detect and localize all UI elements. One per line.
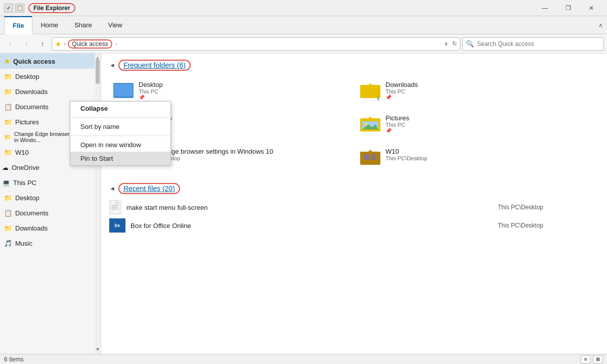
title-bar: ✓ 📋 File Explorer — ❐ ✕ (0, 0, 607, 16)
recent-file-2[interactable]: bx Box for Office Online This PC\Desktop (109, 216, 599, 235)
sidebar-item-label: Desktop (15, 194, 39, 202)
frequent-folders-arrow: ◄ (109, 62, 115, 69)
back-button[interactable]: ‹ (3, 37, 17, 51)
breadcrumb-dropdown[interactable]: ∨ ↻ (444, 40, 457, 47)
folder-w10-path: This PC\Desktop (385, 155, 427, 161)
breadcrumb-separator: › (64, 40, 66, 48)
folder-icon: 📁 (4, 224, 12, 232)
scroll-down-arrow[interactable]: ▼ (96, 346, 100, 353)
context-menu-item-open-new-window[interactable]: Open in new window (70, 138, 170, 152)
frequent-folders-title[interactable]: Frequent folders (6) (118, 60, 191, 71)
recent-file-path-1: This PC\Desktop (498, 204, 599, 211)
refresh-button[interactable]: ↻ (452, 40, 457, 47)
sidebar-quick-access[interactable]: ★ Quick access (0, 54, 95, 69)
sidebar: ★ Quick access 📁 Desktop 📁 Downloads 📋 D… (0, 54, 101, 354)
folder-desktop-path: This PC (139, 88, 163, 95)
tab-home[interactable]: Home (32, 16, 66, 34)
folder-icon: 📁 (4, 149, 12, 156)
search-icon: 🔍 (466, 40, 474, 48)
view-details-button[interactable]: ≡ (581, 355, 591, 363)
folder-desktop-info: Desktop This PC 📌 (139, 81, 163, 100)
sidebar-item-label: OneDrive (12, 164, 39, 171)
breadcrumb-dropdown-arrow: ∨ (444, 40, 448, 47)
folder-card-w10[interactable]: W10 This PC\Desktop (356, 144, 599, 173)
svg-rect-17 (364, 155, 369, 160)
sidebar-item-label: Downloads (15, 88, 48, 96)
folder-icon: 📋 (4, 209, 12, 217)
star-icon: ★ (4, 58, 10, 65)
search-box[interactable]: 🔍 (462, 37, 604, 51)
recent-files-title[interactable]: Recent files (20) (118, 183, 180, 194)
recent-file-name-1: make start menu full-screen (126, 204, 493, 211)
sidebar-item-label: Music (15, 240, 32, 247)
recent-files-arrow: ◄ (109, 185, 115, 192)
breadcrumb-bar: ★ › Quick access › ∨ ↻ (52, 37, 460, 51)
close-button[interactable]: ✕ (580, 0, 603, 16)
svg-marker-7 (360, 116, 380, 118)
sidebar-item-desktop-2[interactable]: 📁 Desktop (0, 190, 95, 205)
restore-button[interactable]: ❐ (556, 0, 580, 16)
folder-icon: 📁 (4, 118, 12, 126)
folder-pictures-info: Pictures This PC 📌 (385, 114, 409, 133)
folder-icon: 📋 (4, 103, 12, 111)
window-controls: — ❐ ✕ (533, 0, 603, 16)
forward-button[interactable]: › (19, 37, 33, 51)
tab-file[interactable]: File (4, 16, 32, 34)
sidebar-item-downloads-2[interactable]: 📁 Downloads (0, 220, 95, 236)
sidebar-scroll-thumb[interactable] (96, 59, 100, 84)
context-menu-item-pin[interactable]: Pin to Start (70, 152, 170, 165)
view-tiles-button[interactable]: ⊞ (593, 355, 603, 363)
folder-card-downloads[interactable]: ↓ Downloads This PC 📌 (356, 77, 599, 106)
folders-grid: Desktop This PC 📌 ↓ Downloads This PC (109, 77, 599, 173)
context-menu-separator (70, 117, 170, 118)
context-menu: Collapse Sort by name Open in new window… (70, 101, 171, 166)
folder-downloads-icon: ↓ (360, 81, 380, 102)
folder-icon: 📁 (4, 134, 11, 141)
folder-pictures-path: This PC (385, 122, 409, 128)
recent-files-section: ◄ Recent files (20) make start menu full… (109, 183, 599, 235)
sidebar-item-downloads-1[interactable]: 📁 Downloads (0, 84, 95, 99)
cloud-icon: ☁ (2, 164, 9, 171)
folder-desktop-pin: 📌 (139, 95, 163, 100)
ribbon-collapse-icon[interactable]: ∧ (598, 22, 603, 29)
quick-icon-2[interactable]: 📋 (15, 4, 24, 13)
folder-card-pictures[interactable]: Pictures This PC 📌 (356, 110, 599, 140)
folder-downloads-pin: 📌 (385, 95, 418, 100)
sidebar-item-label: This PC (13, 179, 36, 187)
folder-pictures-pin: 📌 (385, 128, 409, 133)
status-bar: 6 items ≡ ⊞ (0, 354, 607, 364)
up-button[interactable]: ↑ (35, 37, 50, 51)
computer-icon: 💻 (2, 179, 10, 187)
context-menu-item-collapse[interactable]: Collapse (70, 102, 170, 115)
recent-file-1[interactable]: make start menu full-screen This PC\Desk… (109, 198, 599, 216)
music-icon: 🎵 (4, 240, 12, 247)
sidebar-item-music[interactable]: 🎵 Music (0, 236, 95, 251)
sidebar-scrollbar[interactable]: ▲ ▼ (95, 54, 101, 354)
sidebar-item-label: W10 (15, 149, 29, 156)
svg-marker-16 (360, 150, 380, 152)
sidebar-item-documents-2[interactable]: 📋 Documents (0, 205, 95, 220)
nav-bar: ‹ › ↑ ★ › Quick access › ∨ ↻ 🔍 (0, 34, 607, 54)
sidebar-quick-access-label: Quick access (13, 58, 55, 65)
svg-rect-18 (371, 155, 376, 157)
svg-rect-2 (360, 85, 380, 98)
sidebar-item-label: Documents (15, 209, 49, 217)
quick-icon-1[interactable]: ✓ (4, 4, 13, 13)
tab-share[interactable]: Share (66, 16, 100, 34)
sidebar-item-thispc[interactable]: 💻 This PC (0, 175, 95, 190)
sidebar-item-desktop-1[interactable]: 📁 Desktop (0, 69, 95, 84)
minimize-button[interactable]: — (533, 0, 556, 16)
folder-w10-name: W10 (385, 148, 427, 155)
breadcrumb-quick-access[interactable]: Quick access (68, 39, 112, 49)
context-menu-item-sort[interactable]: Sort by name (70, 120, 170, 133)
ribbon: File Home Share View ∧ (0, 16, 607, 34)
folder-downloads-info: Downloads This PC 📌 (385, 81, 418, 100)
svg-marker-3 (360, 83, 380, 85)
folder-pictures-icon (360, 114, 380, 135)
app-title: File Explorer (28, 3, 75, 13)
tab-view[interactable]: View (100, 16, 131, 34)
sidebar-item-label: Pictures (15, 118, 39, 126)
status-item-count: 6 items (4, 356, 24, 363)
folder-w10-icon (360, 148, 380, 169)
search-input[interactable] (477, 40, 600, 48)
